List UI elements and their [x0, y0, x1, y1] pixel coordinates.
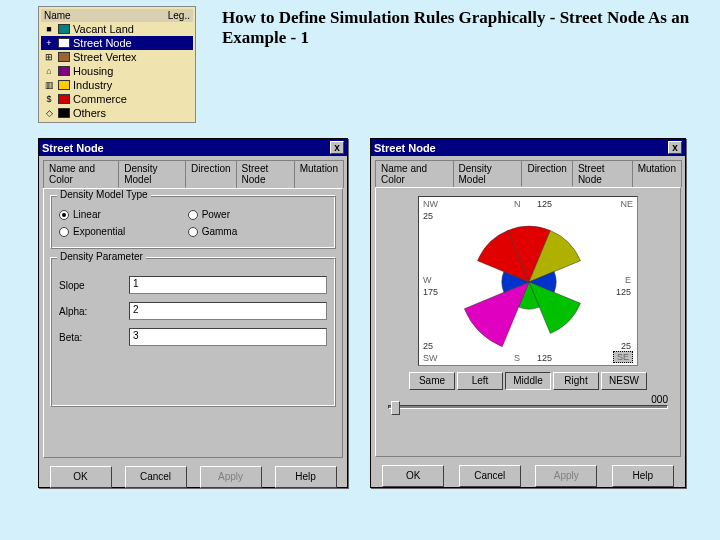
- dir-label-s: S: [514, 353, 520, 363]
- legend-swatch-icon: [58, 66, 70, 76]
- legend-glyph-icon: ⊞: [43, 52, 55, 62]
- radio-dot-icon: [188, 210, 198, 220]
- field-row-beta: Beta:3: [59, 328, 327, 346]
- apply-button[interactable]: Apply: [200, 466, 262, 488]
- radio-dot-icon: [59, 227, 69, 237]
- legend-item-label: Industry: [73, 79, 112, 91]
- dir-mode-middle[interactable]: Middle: [505, 372, 551, 390]
- radio-linear[interactable]: Linear: [59, 209, 188, 220]
- legend-item-1[interactable]: +Street Node: [41, 36, 193, 50]
- legend-glyph-icon: ■: [43, 24, 55, 34]
- dir-val-sw: 25: [423, 341, 433, 351]
- legend-glyph-icon: $: [43, 94, 55, 104]
- tab-density-model[interactable]: Density Model: [118, 160, 186, 188]
- apply-button[interactable]: Apply: [535, 465, 597, 487]
- direction-pie-icon: [459, 202, 599, 362]
- dir-label-nw: NW: [423, 199, 438, 209]
- ok-button[interactable]: OK: [382, 465, 444, 487]
- slope-input[interactable]: 1: [129, 276, 327, 294]
- titlebar-left[interactable]: Street Node x: [39, 139, 347, 156]
- legend-col-name: Name: [44, 10, 71, 21]
- help-button[interactable]: Help: [612, 465, 674, 487]
- legend-item-6[interactable]: ◇Others: [41, 106, 193, 120]
- legend-header: Name Leg..: [41, 9, 193, 22]
- tab-panel-direction: NW N 125 NE 25 W 175 E 125 25 SW S 125 2…: [375, 187, 681, 457]
- legend-glyph-icon: +: [43, 38, 55, 48]
- field-row-slope: Slope1: [59, 276, 327, 294]
- dir-mode-right[interactable]: Right: [553, 372, 599, 390]
- close-icon[interactable]: x: [330, 141, 344, 154]
- legend-swatch-icon: [58, 24, 70, 34]
- alpha-input[interactable]: 2: [129, 302, 327, 320]
- legend-swatch-icon: [58, 52, 70, 62]
- radio-label: Linear: [73, 209, 101, 220]
- radio-power[interactable]: Power: [188, 209, 317, 220]
- button-bar-right: OK Cancel Apply Help: [371, 457, 685, 495]
- window-title-left: Street Node: [42, 142, 104, 154]
- legend-item-label: Street Node: [73, 37, 132, 49]
- group-density-type: Density Model Type LinearPowerExponentia…: [50, 195, 336, 249]
- ok-button[interactable]: OK: [50, 466, 112, 488]
- dir-val-se: 25: [621, 341, 631, 351]
- tab-mutation[interactable]: Mutation: [294, 160, 344, 188]
- pie-wedge-sw[interactable]: [464, 282, 529, 347]
- beta-input[interactable]: 3: [129, 328, 327, 346]
- legend-glyph-icon: ◇: [43, 108, 55, 118]
- legend-col-leg: Leg..: [168, 10, 190, 21]
- legend-item-0[interactable]: ■Vacant Land: [41, 22, 193, 36]
- tab-name-and-color[interactable]: Name and Color: [375, 160, 454, 187]
- legend-item-5[interactable]: $Commerce: [41, 92, 193, 106]
- legend-item-2[interactable]: ⊞Street Vertex: [41, 50, 193, 64]
- tab-mutation[interactable]: Mutation: [632, 160, 682, 187]
- radio-exponential[interactable]: Exponential: [59, 226, 188, 237]
- radio-dot-icon: [188, 227, 198, 237]
- dir-mode-left[interactable]: Left: [457, 372, 503, 390]
- legend-glyph-icon: ▥: [43, 80, 55, 90]
- dir-val-w: 175: [423, 287, 438, 297]
- dir-label-w: W: [423, 275, 432, 285]
- tab-density-model[interactable]: Density Model: [453, 160, 523, 187]
- dir-label-ne: NE: [620, 199, 633, 209]
- tab-panel-density: Density Model Type LinearPowerExponentia…: [43, 188, 343, 458]
- dir-mode-same[interactable]: Same: [409, 372, 455, 390]
- dir-val-s: 125: [537, 353, 552, 363]
- slider-area: 000: [388, 394, 668, 409]
- tab-street-node[interactable]: Street Node: [572, 160, 633, 187]
- button-bar-left: OK Cancel Apply Help: [39, 458, 347, 496]
- dir-val-n: 125: [537, 199, 552, 209]
- close-icon[interactable]: x: [668, 141, 682, 154]
- legend-item-3[interactable]: ⌂Housing: [41, 64, 193, 78]
- slider-value: 000: [388, 394, 668, 405]
- legend-swatch-icon: [58, 80, 70, 90]
- legend-item-4[interactable]: ▥Industry: [41, 78, 193, 92]
- field-row-alpha: Alpha:2: [59, 302, 327, 320]
- legend-swatch-icon: [58, 108, 70, 118]
- titlebar-right[interactable]: Street Node x: [371, 139, 685, 156]
- dir-label-se[interactable]: SE: [613, 351, 633, 363]
- dir-val-e: 125: [616, 287, 631, 297]
- legend-swatch-icon: [58, 38, 70, 48]
- tab-street-node[interactable]: Street Node: [236, 160, 295, 188]
- dir-label-e: E: [625, 275, 631, 285]
- radio-gamma[interactable]: Gamma: [188, 226, 317, 237]
- legend-swatch-icon: [58, 94, 70, 104]
- legend-item-label: Commerce: [73, 93, 127, 105]
- field-label: Alpha:: [59, 306, 129, 317]
- tab-direction[interactable]: Direction: [185, 160, 236, 188]
- direction-slider[interactable]: [388, 405, 668, 409]
- dir-mode-nesw[interactable]: NESW: [601, 372, 647, 390]
- radio-label: Gamma: [202, 226, 238, 237]
- radio-dot-icon: [59, 210, 69, 220]
- slider-thumb-icon[interactable]: [391, 401, 400, 415]
- cancel-button[interactable]: Cancel: [125, 466, 187, 488]
- legend-item-label: Street Vertex: [73, 51, 137, 63]
- dir-val-nw: 25: [423, 211, 433, 221]
- direction-canvas[interactable]: NW N 125 NE 25 W 175 E 125 25 SW S 125 2…: [418, 196, 638, 366]
- window-title-right: Street Node: [374, 142, 436, 154]
- field-label: Slope: [59, 280, 129, 291]
- cancel-button[interactable]: Cancel: [459, 465, 521, 487]
- tab-name-and-color[interactable]: Name and Color: [43, 160, 119, 188]
- help-button[interactable]: Help: [275, 466, 337, 488]
- tab-direction[interactable]: Direction: [521, 160, 572, 187]
- legend-item-label: Others: [73, 107, 106, 119]
